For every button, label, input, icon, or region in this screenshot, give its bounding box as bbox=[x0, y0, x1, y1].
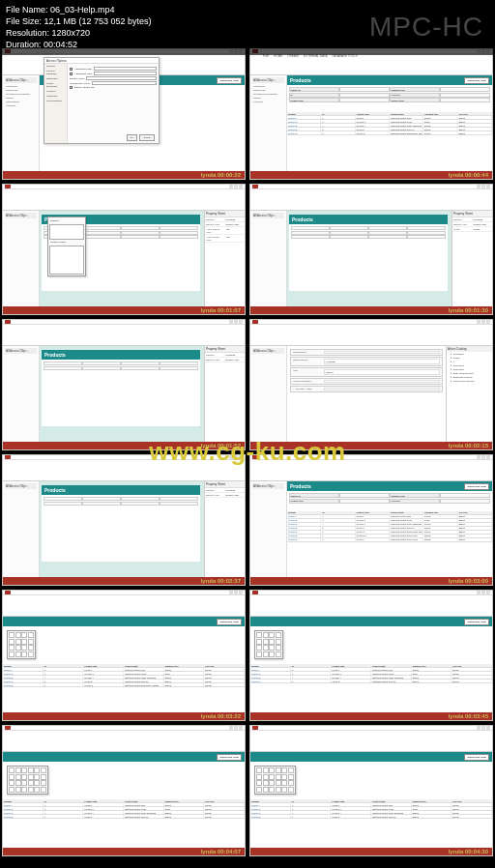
thumbnail[interactable]: All Access Obje... Customers Employees I… bbox=[2, 48, 246, 180]
symbol-icon[interactable] bbox=[28, 787, 34, 793]
thumbnail[interactable]: Show/Hide Filter SupplierIDProduct CodeP… bbox=[2, 725, 246, 856]
design-cell[interactable] bbox=[330, 235, 368, 239]
symbol-icon[interactable] bbox=[256, 774, 262, 780]
symbol-icon[interactable] bbox=[28, 780, 34, 786]
navigation-pane[interactable]: All Access Obje... bbox=[3, 346, 40, 442]
ribbon-tab[interactable]: DATABASE TOOLS bbox=[331, 54, 358, 58]
command-icon[interactable] bbox=[269, 632, 275, 638]
symbol-icon[interactable] bbox=[21, 767, 27, 773]
design-cell[interactable] bbox=[82, 226, 121, 230]
nav-header[interactable]: All Access Obje... bbox=[252, 77, 284, 83]
symbol-icon[interactable] bbox=[15, 767, 21, 773]
command-icon[interactable] bbox=[276, 632, 281, 638]
symbol-icon[interactable] bbox=[15, 787, 21, 793]
thumbnail[interactable]: Show/Hide Filter SupplierIDProduct CodeP… bbox=[249, 725, 493, 856]
design-cell[interactable] bbox=[121, 362, 160, 365]
table-row[interactable]: Supplier B5NWTO-5Northwind Traders Olive… bbox=[250, 680, 492, 683]
dialog-category[interactable]: Client Settings bbox=[44, 99, 67, 103]
add-action[interactable]: + Add New Action bbox=[290, 386, 443, 392]
field-value[interactable] bbox=[440, 499, 490, 504]
macro-arg[interactable]: Products bbox=[324, 359, 440, 364]
navigation-pane[interactable]: All Access Obje... bbox=[250, 346, 287, 442]
design-cell[interactable] bbox=[121, 497, 160, 501]
command-icon[interactable] bbox=[276, 651, 281, 657]
symbol-icon[interactable] bbox=[9, 780, 15, 786]
ribbon-tab[interactable]: FILE bbox=[262, 54, 270, 58]
checkbox[interactable] bbox=[70, 86, 73, 89]
ribbon[interactable]: FILE HOME CREATE EXTERNAL DATA DATABASE … bbox=[250, 54, 492, 75]
dropdown[interactable] bbox=[324, 388, 440, 391]
design-canvas[interactable]: Products Property Sheet CaptionProducts … bbox=[287, 211, 492, 306]
design-cell[interactable] bbox=[368, 226, 407, 230]
symbol-icon[interactable] bbox=[21, 787, 27, 793]
symbol-icon[interactable] bbox=[34, 774, 40, 780]
symbol-icon[interactable] bbox=[276, 774, 281, 780]
symbol-picker[interactable] bbox=[7, 766, 48, 795]
ribbon[interactable] bbox=[3, 731, 245, 752]
ribbon-tabs[interactable]: FILE HOME CREATE EXTERNAL DATA DATABASE … bbox=[262, 54, 359, 58]
command-icon[interactable] bbox=[9, 639, 15, 645]
design-cell[interactable] bbox=[121, 502, 160, 506]
filter-button[interactable]: Show/Hide Filter bbox=[464, 483, 489, 490]
design-cell[interactable] bbox=[121, 231, 160, 235]
ribbon[interactable] bbox=[250, 731, 492, 752]
navigation-pane[interactable]: All Access Obje... bbox=[250, 481, 287, 577]
design-cell[interactable] bbox=[160, 231, 198, 235]
property-sheet[interactable]: Property Sheet CaptionProducts Default V… bbox=[451, 211, 492, 306]
ribbon-customize-list[interactable] bbox=[254, 630, 283, 659]
ribbon[interactable] bbox=[3, 189, 245, 211]
command-icon[interactable] bbox=[263, 651, 269, 657]
command-icon[interactable] bbox=[269, 639, 275, 645]
window-controls[interactable] bbox=[229, 185, 243, 188]
symbol-icon[interactable] bbox=[263, 767, 269, 773]
datasheet[interactable]: SupplierIDProduct CodeProduct NameStanda… bbox=[3, 799, 245, 848]
design-canvas[interactable]: Products Property Sheet CaptionProducts … bbox=[40, 211, 245, 306]
design-cell[interactable] bbox=[368, 235, 407, 239]
navigation-pane[interactable]: All Access Obje... bbox=[3, 481, 40, 577]
command-icon[interactable] bbox=[21, 632, 27, 638]
nav-item[interactable]: Products bbox=[252, 100, 284, 103]
design-grid[interactable] bbox=[42, 495, 200, 507]
navigation-pane[interactable]: All Access Obje... Customers Employees I… bbox=[3, 75, 40, 171]
symbol-icon[interactable] bbox=[34, 787, 40, 793]
command-icon[interactable] bbox=[28, 645, 34, 651]
design-cell[interactable] bbox=[121, 226, 160, 230]
design-cell[interactable] bbox=[160, 497, 198, 501]
ribbon-tab[interactable]: CREATE bbox=[286, 54, 300, 58]
filter-button[interactable]: Show/Hide Filter bbox=[217, 754, 242, 761]
design-cell[interactable] bbox=[82, 235, 121, 239]
design-cell[interactable] bbox=[121, 366, 160, 370]
action-catalog[interactable]: Action Catalog Comment Group If Submacro… bbox=[446, 346, 492, 442]
dropdown[interactable] bbox=[92, 81, 157, 85]
symbol-icon[interactable] bbox=[263, 774, 269, 780]
design-cell[interactable] bbox=[82, 366, 121, 370]
window-controls[interactable] bbox=[477, 320, 490, 324]
nav-header[interactable]: All Access Obje... bbox=[5, 77, 37, 83]
ribbon[interactable] bbox=[3, 325, 245, 346]
ribbon-tab[interactable]: EXTERNAL DATA bbox=[303, 54, 328, 58]
field-value[interactable] bbox=[339, 493, 390, 498]
field-value[interactable] bbox=[339, 98, 390, 102]
property-sheet[interactable]: Property Sheet CaptionProducts Default V… bbox=[204, 481, 245, 577]
nav-header[interactable]: All Access Obje... bbox=[252, 483, 284, 489]
design-cell[interactable] bbox=[407, 226, 446, 230]
thumbnail[interactable]: All Access Obje... OpenReport Report Nam… bbox=[249, 319, 493, 450]
field-value[interactable] bbox=[339, 87, 390, 92]
filter-button[interactable]: Show/Hide Filter bbox=[217, 619, 242, 625]
table-row[interactable]: Supplier B8NWTS-8Northwind Traders Curry… bbox=[287, 538, 492, 542]
dropdown[interactable] bbox=[86, 76, 157, 80]
command-icon[interactable] bbox=[9, 632, 15, 638]
symbol-icon[interactable] bbox=[269, 767, 275, 773]
thumbnail[interactable]: FILE HOME CREATE EXTERNAL DATA DATABASE … bbox=[249, 48, 493, 180]
datasheet[interactable]: SupplierIDProduct CodeProduct NameStanda… bbox=[3, 664, 245, 712]
symbol-icon[interactable] bbox=[288, 787, 294, 793]
command-icon[interactable] bbox=[256, 632, 262, 638]
checkbox[interactable] bbox=[70, 72, 73, 75]
design-cell[interactable] bbox=[160, 502, 198, 506]
text-field[interactable] bbox=[94, 72, 157, 75]
symbol-icon[interactable] bbox=[9, 774, 15, 780]
symbol-icon[interactable] bbox=[281, 780, 287, 786]
symbol-icon[interactable] bbox=[281, 774, 287, 780]
table-row[interactable]: Supplier B5NWTO-5Northwind Traders Olive… bbox=[3, 815, 245, 819]
thumbnail[interactable]: Show/Hide Filter SupplierIDProduct CodeP… bbox=[249, 590, 493, 721]
